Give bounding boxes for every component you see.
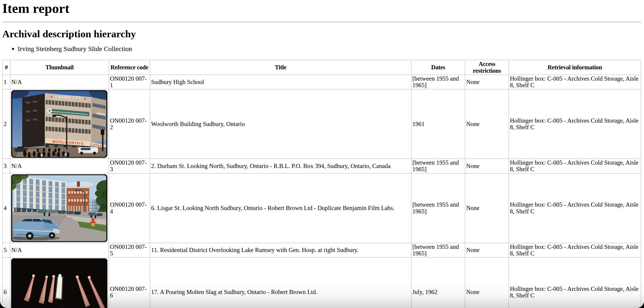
thumbnail-photo-molten-slag [11, 258, 108, 308]
dates-cell: [between 1955 and 1965] [411, 75, 465, 89]
table-row: 4 [2, 173, 641, 243]
title-cell: Woolworth Building Sudbury, Ontario [150, 89, 411, 159]
title-cell: Sudbury High School [150, 75, 411, 89]
access-restrictions-cell: None [465, 75, 509, 89]
table-row: 5 N/A ON00120 007-5 11. Residential Dist… [2, 243, 641, 257]
access-restrictions-cell: None [465, 173, 509, 243]
table-row: 6 [2, 257, 641, 308]
reference-code-cell: ON00120 007-1 [109, 75, 150, 89]
column-header-reference-code: Reference code [109, 60, 150, 75]
retrieval-information-cell: Hollinger box: C-005 - Archives Cold Sto… [509, 243, 641, 257]
column-header-number: # [2, 60, 10, 75]
table-row: 3 N/A ON00120 007-3 2. Durham St. Lookin… [2, 159, 641, 173]
hierarchy-item-collection: Irving Steinberg Sudbury Slide Collectio… [18, 45, 641, 53]
row-number-cell: 1 [2, 75, 10, 89]
reference-code-cell: ON00120 007-6 [109, 257, 150, 308]
hierarchy-heading: Archival description hierarchy [2, 28, 641, 40]
reference-code-cell: ON00120 007-3 [109, 159, 150, 173]
item-report-table: # Thumbnail Reference code Title Dates A… [2, 60, 641, 308]
column-header-access-restrictions: Access restrictions [465, 60, 509, 75]
reference-code-cell: ON00120 007-2 [109, 89, 150, 159]
thumbnail-cell [10, 173, 109, 243]
retrieval-information-cell: Hollinger box: C-005 - Archives Cold Sto… [509, 257, 641, 308]
reference-code-cell: ON00120 007-4 [109, 173, 150, 243]
row-number-cell: 5 [2, 243, 10, 257]
retrieval-information-cell: Hollinger box: C-005 - Archives Cold Sto… [509, 75, 641, 89]
dates-cell: 1961 [411, 89, 465, 159]
dates-cell: [between 1955 and 1965] [411, 243, 465, 257]
title-divider [2, 22, 641, 22]
row-number-cell: 4 [2, 173, 10, 243]
retrieval-information-cell: Hollinger box: C-005 - Archives Cold Sto… [509, 159, 641, 173]
row-number-cell: 3 [2, 159, 10, 173]
reference-code-cell: ON00120 007-5 [109, 243, 150, 257]
title-cell: 6. Lisgar St. Looking North Sudbury, Ont… [150, 173, 411, 243]
access-restrictions-cell: None [465, 89, 509, 159]
report-page: Item report Archival description hierarc… [0, 0, 644, 308]
sign-crown-life: CROWN LIFE [55, 96, 82, 99]
table-row: 1 N/A ON00120 007-1 Sudbury High School … [2, 75, 641, 89]
retrieval-information-cell: Hollinger box: C-005 - Archives Cold Sto… [509, 173, 641, 243]
dates-cell: [between 1955 and 1965] [411, 173, 465, 243]
access-restrictions-cell: None [465, 159, 509, 173]
thumbnail-photo-lisgar-street [11, 174, 108, 242]
table-row: 2 [2, 89, 641, 159]
table-header-row: # Thumbnail Reference code Title Dates A… [2, 60, 641, 75]
dates-cell: July, 1962 [411, 257, 465, 308]
thumbnail-cell: N/A [10, 159, 109, 173]
thumbnail-cell: N/A [10, 75, 109, 89]
title-cell: 11. Residential District Overlooking Lak… [150, 243, 411, 257]
retrieval-information-cell: Hollinger box: C-005 - Archives Cold Sto… [509, 89, 641, 159]
row-number-cell: 6 [2, 257, 10, 308]
access-restrictions-cell: None [465, 243, 509, 257]
thumbnail-cell: N/A [10, 243, 109, 257]
row-number-cell: 2 [2, 89, 10, 159]
column-header-thumbnail: Thumbnail [10, 60, 109, 75]
column-header-title: Title [150, 60, 411, 75]
page-title: Item report [2, 1, 641, 16]
column-header-dates: Dates [411, 60, 465, 75]
dates-cell: [between 1955 and 1965] [411, 159, 465, 173]
hierarchy-list: Irving Steinberg Sudbury Slide Collectio… [2, 45, 641, 53]
thumbnail-photo-woolworth-building: CROWN LIFE [11, 90, 108, 158]
column-header-retrieval-information: Retrieval information [509, 60, 641, 75]
title-cell: 17. A Pouring Molten Slag at Sudbury, On… [150, 257, 411, 308]
thumbnail-cell [10, 257, 109, 308]
access-restrictions-cell: None [465, 257, 509, 308]
title-cell: 2. Durham St. Looking North, Sudbury, On… [150, 159, 411, 173]
thumbnail-cell: CROWN LIFE [10, 89, 109, 159]
report-content: Item report Archival description hierarc… [0, 0, 644, 308]
